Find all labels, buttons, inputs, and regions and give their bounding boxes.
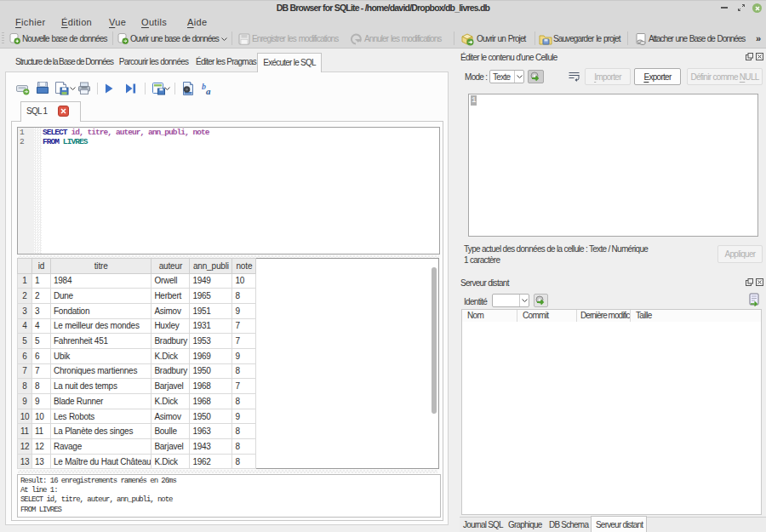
svg-text:a: a [206, 86, 211, 95]
